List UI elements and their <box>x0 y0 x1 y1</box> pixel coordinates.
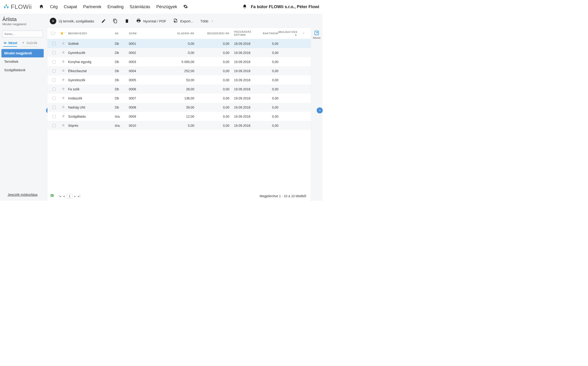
modify-list-link[interactable]: Jegyzék módosítása <box>8 193 38 197</box>
col-num[interactable]: SZÁM <box>129 32 157 35</box>
row-checkbox[interactable] <box>52 115 56 118</box>
logo[interactable]: FLOWii <box>3 3 32 10</box>
logo-text: FLOWii <box>11 3 32 10</box>
page-title: Árlista <box>2 16 43 23</box>
table-row[interactable]: Fa székDb000628,000,0019.09.20180,00 <box>48 84 311 94</box>
nav-item[interactable]: Csapat <box>64 4 77 9</box>
tab-view[interactable]: Nézet <box>3 41 17 47</box>
cell-name: Szolgáltatás <box>68 114 115 118</box>
row-checkbox[interactable] <box>52 88 56 91</box>
col-date[interactable]: HOZZÁADÁS DÁTUMA <box>229 30 253 36</box>
table-row[interactable]: IrodaszékDb0007136,000,0019.09.20180,00 <box>48 94 311 103</box>
more-label: Több <box>200 19 208 23</box>
cell-ae: Db <box>115 42 129 46</box>
table-row[interactable]: GyerekszékDb00020,000,0019.09.20180,00 <box>48 48 311 57</box>
star-icon[interactable] <box>62 78 65 82</box>
star-icon[interactable] <box>62 123 65 128</box>
logo-icon <box>3 3 9 10</box>
home-icon[interactable] <box>39 4 44 10</box>
star-icon[interactable] <box>62 114 65 119</box>
table-row[interactable]: ÉtkezőasztalDb0004252,000,0019.09.20180,… <box>48 66 311 75</box>
star-icon[interactable] <box>62 41 65 46</box>
table-row[interactable]: Szolgáltatásóra.000912,000,0019.09.20180… <box>48 112 311 121</box>
row-checkbox[interactable] <box>52 42 56 45</box>
collapse-right-icon[interactable] <box>317 107 323 114</box>
cell-name: Nadrág UNI <box>68 106 115 109</box>
star-header-icon[interactable] <box>60 31 64 36</box>
copy-button[interactable] <box>113 19 118 23</box>
cell-stock: 0,00 <box>253 96 278 100</box>
edit-button[interactable] <box>101 19 106 23</box>
export-button[interactable]: XLS Export... <box>173 18 193 24</box>
bell-icon[interactable] <box>242 4 251 10</box>
tab-filter[interactable]: Szűrők <box>21 41 37 47</box>
star-icon[interactable] <box>62 96 65 100</box>
select-all-dropdown[interactable] <box>54 32 57 35</box>
star-icon[interactable] <box>62 69 65 73</box>
col-stock[interactable]: RAKTÁRON <box>253 32 278 35</box>
print-button[interactable]: Nyomtat / PDF <box>136 18 166 24</box>
table-row[interactable]: SzékekDb00010,000,0018.09.20180,00 <box>48 39 311 48</box>
row-checkbox[interactable] <box>52 124 56 127</box>
pager-first-icon[interactable]: ⅼ◂ <box>59 194 61 198</box>
star-dropdown[interactable] <box>64 31 67 36</box>
open-panel-label: Nézed <box>313 36 320 39</box>
filter-icon <box>21 41 25 45</box>
star-icon[interactable] <box>62 50 65 55</box>
table-row[interactable]: Konyhai egységDb00035 000,000,0019.09.20… <box>48 57 311 66</box>
right-rail: Nézed <box>311 28 323 201</box>
cell-num: 0008 <box>129 106 157 109</box>
col-name[interactable]: MEGNEVEZÉS <box>68 32 115 35</box>
nav-item[interactable]: Pénzügyek <box>156 4 177 9</box>
cell-buy: 0,00 <box>194 51 229 55</box>
star-icon[interactable] <box>62 87 65 91</box>
cell-date: 18.09.2018 <box>229 42 253 46</box>
row-checkbox[interactable] <box>52 78 56 82</box>
account-name[interactable]: Fa bútor FLOWii s.r.o., Péter Flowi <box>251 4 319 9</box>
search-input[interactable] <box>2 30 43 37</box>
new-product-button[interactable]: Új termék, szolgáltatás <box>50 18 94 24</box>
trash-icon <box>125 19 129 23</box>
sidebar-item-services[interactable]: Szolgáltatások <box>0 66 45 74</box>
cell-sell: 252,00 <box>157 69 194 73</box>
table-row[interactable]: GyerekszékDb000553,000,0019.09.20180,00 <box>48 75 311 84</box>
pager-next-icon[interactable]: ▸ <box>74 194 76 198</box>
add-column-icon[interactable] <box>302 32 305 35</box>
cell-ae: Db <box>115 96 129 100</box>
table-row[interactable]: Nadrág UNIDb000839,000,0019.09.20180,00 <box>48 103 311 112</box>
nav-item[interactable]: Partnerek <box>83 4 101 9</box>
settings-icon[interactable] <box>183 4 188 10</box>
pager-page[interactable]: 1 <box>67 194 72 199</box>
delete-button[interactable] <box>125 19 129 23</box>
cell-name: Székek <box>68 42 115 46</box>
sidebar-item-all[interactable]: Mindet megjelenít <box>1 49 44 57</box>
plus-icon <box>50 18 56 24</box>
nav-item[interactable]: Emailing <box>108 4 124 9</box>
col-ae[interactable]: AE <box>115 32 129 35</box>
select-all-checkbox[interactable] <box>51 32 54 35</box>
row-checkbox[interactable] <box>52 69 56 73</box>
cell-sell: 39,00 <box>157 106 194 109</box>
svg-text:XLS: XLS <box>174 21 176 22</box>
star-icon[interactable] <box>62 105 65 109</box>
pager-last-icon[interactable]: ▸ⅼ <box>78 194 80 198</box>
row-checkbox[interactable] <box>52 60 56 63</box>
nav-item[interactable]: Cég <box>50 4 58 9</box>
nav-item[interactable]: Számlázás <box>130 4 150 9</box>
col-note[interactable]: MEGJEGYZÉS <box>278 30 302 36</box>
table-row[interactable]: Söprésóra.00105,000,0019.09.20180,00 <box>48 121 311 130</box>
sidebar-item-products[interactable]: Termékek <box>0 57 45 66</box>
row-checkbox[interactable] <box>52 51 56 54</box>
more-button[interactable]: Több <box>200 19 214 23</box>
pager-prev-icon[interactable]: ◂ <box>63 194 65 198</box>
topbar: FLOWii Cég Csapat Partnerek Emailing Szá… <box>0 0 323 14</box>
col-sell[interactable]: ELADÁSI ÁR <box>157 32 194 35</box>
row-checkbox[interactable] <box>52 106 56 109</box>
col-buy[interactable]: BESZERZÉSI ÁR <box>194 32 229 35</box>
star-icon[interactable] <box>62 60 65 64</box>
open-panel-button[interactable]: Nézed <box>313 30 320 39</box>
row-checkbox[interactable] <box>52 97 56 100</box>
cell-sell: 5 000,00 <box>157 60 194 64</box>
refresh-icon[interactable] <box>50 193 54 199</box>
cell-sell: 136,00 <box>157 96 194 100</box>
